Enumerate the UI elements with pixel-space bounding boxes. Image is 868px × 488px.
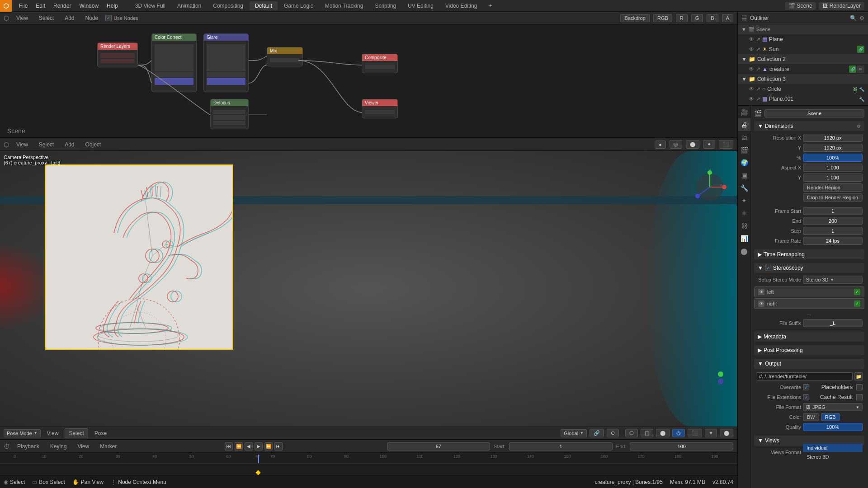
scene-selector[interactable]: 🎬 Scene	[785, 2, 816, 10]
overlay-btn[interactable]: ⬡	[625, 429, 638, 437]
frame-start-value[interactable]: 1	[803, 207, 863, 215]
g-btn[interactable]: G	[691, 14, 703, 22]
prop-tab-render[interactable]: 🎥	[738, 106, 750, 118]
sun-vis-icon[interactable]: 👁	[749, 46, 754, 52]
node-card-3[interactable]: Glare	[203, 33, 249, 92]
creature-edit-icon[interactable]: ✏	[857, 66, 864, 73]
use-nodes-checkbox[interactable]: ✓	[105, 15, 112, 21]
use-nodes-toggle[interactable]: ✓ Use Nodes	[105, 15, 138, 21]
tab-videoediting[interactable]: Video Editing	[440, 1, 483, 10]
prop-tab-material[interactable]: ⬤	[738, 245, 750, 258]
proportional-btn[interactable]: ⊙	[607, 429, 619, 437]
resolution-x-value[interactable]: 1920 px	[803, 134, 863, 142]
left-view-item[interactable]: 👁 left ✓	[754, 286, 864, 297]
ne-add-menu[interactable]: Add	[61, 14, 78, 23]
view-menu[interactable]: View	[74, 442, 93, 451]
xray-btn[interactable]: ◫	[641, 429, 653, 437]
prop-tab-world[interactable]: 🌍	[738, 156, 750, 169]
frame-rate-value[interactable]: 24 fps	[803, 237, 863, 245]
r-btn[interactable]: R	[676, 14, 688, 22]
circle-item[interactable]: 👁 ↗ ○ Circle ⛓ 🔧	[738, 84, 868, 94]
collection3-item[interactable]: ▼ 📁 Collection 3	[738, 74, 868, 84]
tab-scripting[interactable]: Scripting	[369, 1, 401, 10]
render-layer-selector[interactable]: 🖼 RenderLayer	[819, 2, 864, 10]
plane-item[interactable]: 👁 ↗ ▦ Plane	[738, 34, 868, 44]
bw-btn[interactable]: BW	[803, 413, 819, 421]
edit-menu[interactable]: Edit	[32, 1, 49, 10]
b-btn[interactable]: B	[707, 14, 718, 22]
sun-link-icon[interactable]: 🔗	[857, 46, 864, 53]
render-region-btn[interactable]: Render Region	[803, 183, 863, 192]
plane001-vis-icon[interactable]: 👁	[749, 96, 754, 102]
matcap-btn[interactable]: ⬤	[656, 429, 670, 437]
overwrite-checkbox[interactable]: ✓	[803, 384, 809, 390]
wireframe-btn[interactable]: ◎	[672, 429, 685, 437]
prop-tab-particles[interactable]: ✦	[738, 194, 750, 207]
ne-view-menu[interactable]: View	[13, 14, 32, 23]
right-view-item[interactable]: 👁 right ✓	[754, 298, 864, 309]
render-preview-btn[interactable]: ⬤	[720, 429, 733, 437]
prop-tab-output[interactable]: 🖨	[738, 118, 750, 131]
vp-add-menu[interactable]: Add	[61, 140, 78, 149]
stereoscopy-header[interactable]: ▼ ✓ Stereoscopy	[754, 263, 864, 273]
render-menu[interactable]: Render	[50, 1, 75, 10]
rgb-btn[interactable]: RGB	[653, 14, 672, 22]
rgb-color-btn[interactable]: RGB	[821, 413, 840, 421]
outliner-settings-icon[interactable]: ⚙	[859, 15, 864, 21]
solid-btn[interactable]: ⬛	[688, 429, 702, 437]
filter-icon[interactable]: 🔍	[850, 15, 857, 21]
output-browse-btn[interactable]: 📁	[854, 372, 863, 380]
tab-motiontracking[interactable]: Motion Tracking	[320, 1, 369, 10]
start-frame-display[interactable]: 1	[509, 442, 613, 450]
viewport-gizmo[interactable]: X Y Z	[692, 169, 728, 205]
stereo-enable-checkbox[interactable]: ✓	[765, 265, 771, 271]
node-canvas[interactable]: Scene Render Layers Color Correct	[0, 24, 737, 137]
fileext-checkbox[interactable]: ✓	[803, 394, 809, 400]
sun-sel-icon[interactable]: ↗	[756, 46, 760, 52]
vp-object-menu[interactable]: Object	[82, 140, 105, 149]
node-card-5[interactable]: Composite	[362, 54, 398, 73]
file-suffix-value[interactable]: _L	[803, 319, 863, 327]
plane001-item[interactable]: 👁 ↗ ▦ Plane.001 🔧	[738, 94, 868, 104]
sun-item[interactable]: 👁 ↗ ☀ Sun 🔗	[738, 44, 868, 54]
creature-vis-icon[interactable]: 👁	[749, 66, 754, 72]
play-btn[interactable]: ▶	[255, 442, 263, 450]
viewport-solid-btn[interactable]: ⬤	[686, 140, 699, 149]
post-processing-header[interactable]: ▶ Post Processing	[754, 345, 864, 355]
backdrop-btn[interactable]: Backdrop	[620, 14, 649, 22]
node-card-2[interactable]: Color Correct	[151, 33, 197, 92]
dimensions-settings-icon[interactable]: ⚙	[857, 124, 861, 129]
circle-vis-icon[interactable]: 👁	[749, 86, 754, 92]
lookdev-btn[interactable]: ✦	[705, 429, 717, 437]
viewport-mat-btn[interactable]: ✦	[703, 140, 715, 149]
scene-root[interactable]: ▼ 🎬 Scene	[738, 24, 868, 34]
pose-mode-dropdown[interactable]: Pose Mode ▼	[4, 429, 41, 437]
node-card-7[interactable]: Viewer	[362, 99, 398, 118]
step-fwd-btn[interactable]: ⏩	[264, 442, 273, 450]
vp-view-menu[interactable]: View	[13, 140, 32, 149]
playback-menu[interactable]: Playback	[14, 442, 43, 451]
cacheresult-checkbox[interactable]	[856, 394, 863, 400]
crop-btn[interactable]: Crop to Render Region	[803, 193, 863, 202]
prop-tab-data[interactable]: 📊	[738, 232, 750, 245]
vp-pose-btn[interactable]: Pose	[91, 429, 110, 438]
scene-name-field[interactable]: Scene	[764, 109, 864, 117]
fileformat-dropdown[interactable]: 🖼 JPEG ▼	[803, 403, 863, 411]
stereo-mode-dropdown[interactable]: Stereo 3D ▼	[803, 276, 863, 284]
global-dropdown[interactable]: Global ▼	[561, 429, 587, 437]
resolution-pct-value[interactable]: 100%	[803, 154, 863, 162]
keying-menu[interactable]: Keying	[47, 442, 71, 451]
creature-item[interactable]: 👁 ↗ ▲ creature 🔗 ✏	[738, 64, 868, 74]
node-card-4[interactable]: Mix	[267, 47, 303, 66]
stereo3d-option[interactable]: Stereo 3D	[803, 453, 863, 461]
plane-vis-icon[interactable]: 👁	[749, 36, 754, 42]
aspect-x-value[interactable]: 1.000	[803, 164, 863, 172]
tab-default[interactable]: Default	[250, 1, 278, 10]
tab-compositing[interactable]: Compositing	[208, 1, 249, 10]
tab-animation[interactable]: Animation	[172, 1, 207, 10]
placeholders-checkbox[interactable]	[856, 384, 863, 390]
prop-tab-scene[interactable]: 🎬	[738, 144, 750, 156]
file-menu[interactable]: File	[15, 1, 31, 10]
resolution-y-value[interactable]: 1920 px	[803, 144, 863, 152]
creature-link-icon[interactable]: 🔗	[849, 66, 856, 73]
